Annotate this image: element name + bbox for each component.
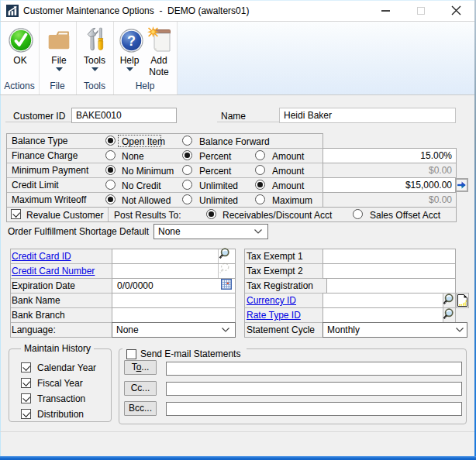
svg-text:?: ? [127, 33, 136, 49]
